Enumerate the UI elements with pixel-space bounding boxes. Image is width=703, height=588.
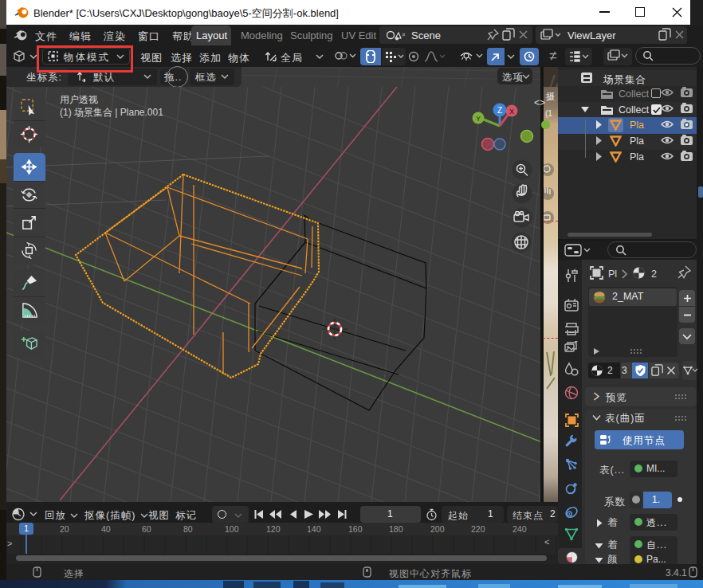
svg-text:Y: Y bbox=[476, 115, 481, 123]
svg-text:X: X bbox=[509, 108, 514, 116]
svg-text:Z: Z bbox=[497, 106, 502, 115]
